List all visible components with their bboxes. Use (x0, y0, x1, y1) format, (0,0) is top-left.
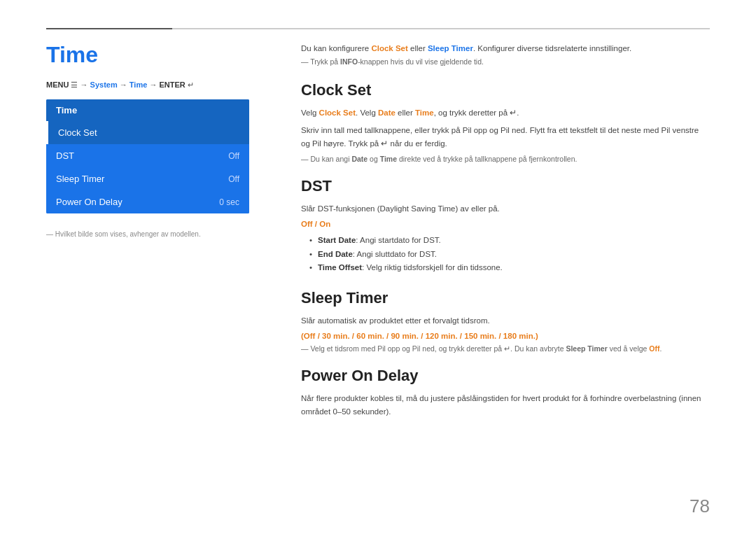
menu-item-power-on-delay[interactable]: Power On Delay 0 sec (46, 190, 249, 213)
sleep-timer-footnote: Velg et tidsrom med Pil opp og Pil ned, … (301, 344, 710, 353)
clock-set-ref: Clock Set (371, 44, 407, 52)
menu-item-power-on-delay-value: 0 sec (219, 197, 239, 207)
menu-item-power-on-delay-label: Power On Delay (56, 197, 122, 207)
page-number: 78 (690, 496, 710, 517)
menu-item-clock-set-label: Clock Set (58, 127, 97, 138)
dst-body: Slår DST-funksjonen (Daylight Saving Tim… (301, 202, 710, 216)
page-container: Time MENU ☰ → System → Time → ENTER ↵ Ti… (0, 0, 756, 534)
menu-item-sleep-timer-value: Off (228, 174, 239, 184)
dst-bullet-end-date: End Date: Angi sluttdato for DST. (309, 248, 710, 262)
dst-heading: DST (301, 177, 710, 195)
dst-bullet-list: Start Date: Angi startdato for DST. End … (301, 234, 710, 275)
menu-item-dst-value: Off (228, 151, 239, 161)
intro-footnote: Trykk på INFO-knappen hvis du vil vise g… (301, 57, 710, 66)
dst-options: Off / On (301, 220, 710, 228)
clock-set-footnote: Du kan angi Date og Time direkte ved å t… (301, 155, 710, 163)
power-on-delay-body: Når flere produkter kobles til, må du ju… (301, 392, 710, 419)
dst-bullet-time-offset: Time Offset: Velg riktig tidsforskjell f… (309, 261, 710, 275)
menu-box: Time Clock Set DST Off Sleep Timer Off P… (46, 99, 249, 213)
clock-set-heading: Clock Set (301, 81, 710, 99)
dst-bullet-start-date: Start Date: Angi startdato for DST. (309, 234, 710, 248)
sleep-timer-heading: Sleep Timer (301, 289, 710, 307)
sleep-timer-body: Slår automatisk av produktet etter et fo… (301, 314, 710, 328)
menu-item-dst[interactable]: DST Off (46, 144, 249, 167)
menu-box-header: Time (46, 99, 249, 121)
menu-item-sleep-timer-label: Sleep Timer (56, 174, 104, 184)
footnote-left: Hvilket bilde som vises, avhenger av mod… (46, 230, 263, 238)
left-column: Time MENU ☰ → System → Time → ENTER ↵ Ti… (46, 42, 263, 238)
intro-text: Du kan konfigurere Clock Set eller Sleep… (301, 42, 710, 55)
right-column: Du kan konfigurere Clock Set eller Sleep… (301, 42, 710, 423)
menu-item-dst-label: DST (56, 150, 74, 161)
clock-set-body2: Skriv inn tall med tallknappene, eller t… (301, 124, 710, 150)
menu-item-clock-set[interactable]: Clock Set (46, 121, 249, 144)
clock-set-body1: Velg Clock Set. Velg Date eller Time, og… (301, 106, 710, 120)
power-on-delay-heading: Power On Delay (301, 367, 710, 385)
sleep-timer-options: (Off / 30 min. / 60 min. / 90 min. / 120… (301, 332, 710, 340)
top-line-accent (46, 28, 172, 29)
sleep-timer-ref: Sleep Timer (428, 44, 473, 52)
page-title: Time (46, 42, 263, 68)
menu-item-sleep-timer[interactable]: Sleep Timer Off (46, 167, 249, 190)
menu-path: MENU ☰ → System → Time → ENTER ↵ (46, 80, 263, 90)
